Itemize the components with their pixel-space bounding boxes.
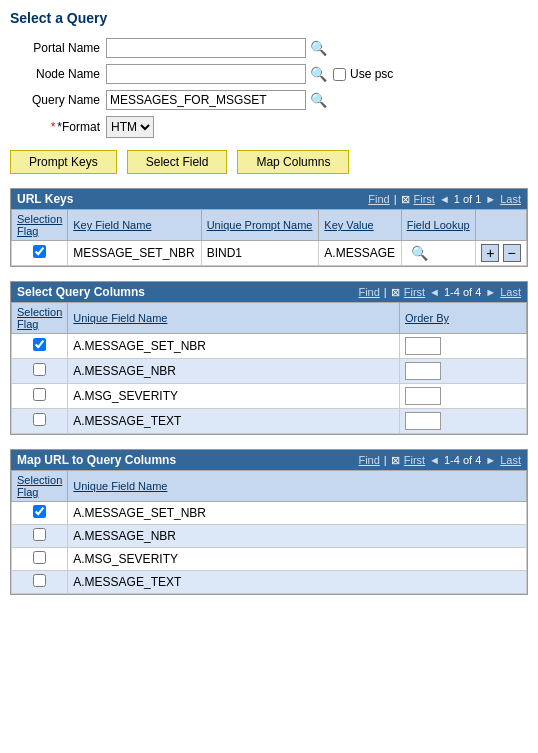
query-name-search-icon[interactable]: 🔍 — [310, 92, 327, 108]
sq-row-order-input[interactable] — [405, 387, 441, 405]
query-name-input[interactable] — [106, 90, 306, 110]
map-columns-button[interactable]: Map Columns — [237, 150, 349, 174]
select-field-button[interactable]: Select Field — [127, 150, 228, 174]
query-name-row: Query Name 🔍 — [10, 90, 528, 110]
node-name-search-icon[interactable]: 🔍 — [310, 66, 327, 82]
select-query-table: Selection Flag Unique Field Name Order B… — [11, 302, 527, 434]
url-keys-header: URL Keys Find | ⊠ First ◄ 1 of 1 ► Last — [11, 189, 527, 209]
select-query-expand-icon[interactable]: ⊠ — [391, 286, 400, 299]
format-label: *Format — [10, 120, 100, 134]
mu-row-checkbox-cell — [12, 525, 68, 548]
form-section: Portal Name 🔍 Node Name 🔍 Use psc Query … — [10, 38, 528, 138]
map-url-header: Map URL to Query Columns Find | ⊠ First … — [11, 450, 527, 470]
url-keys-table: Selection Flag Key Field Name Unique Pro… — [11, 209, 527, 266]
sq-row-checkbox[interactable] — [33, 388, 46, 401]
map-url-title: Map URL to Query Columns — [17, 453, 176, 467]
sq-row-field-name: A.MESSAGE_NBR — [68, 359, 400, 384]
sq-row-field-name: A.MESSAGE_TEXT — [68, 409, 400, 434]
sq-row-order-input[interactable] — [405, 362, 441, 380]
field-lookup-search-icon[interactable]: 🔍 — [411, 245, 428, 261]
table-row: A.MSG_SEVERITY — [12, 548, 527, 571]
select-query-prev-arrow[interactable]: ◄ — [429, 286, 440, 298]
mu-row-field-name: A.MESSAGE_NBR — [68, 525, 527, 548]
url-keys-title: URL Keys — [17, 192, 73, 206]
sq-row-order-by — [400, 359, 527, 384]
map-url-table: Selection Flag Unique Field Name A.MESSA… — [11, 470, 527, 594]
url-keys-next-arrow[interactable]: ► — [485, 193, 496, 205]
use-psc-checkbox[interactable] — [333, 68, 346, 81]
mu-row-field-name: A.MESSAGE_SET_NBR — [68, 502, 527, 525]
sq-row-checkbox[interactable] — [33, 413, 46, 426]
url-keys-last[interactable]: Last — [500, 193, 521, 205]
map-url-next-arrow[interactable]: ► — [485, 454, 496, 466]
url-keys-prev-arrow[interactable]: ◄ — [439, 193, 450, 205]
col-actions — [476, 210, 527, 241]
mu-row-checkbox-cell — [12, 502, 68, 525]
select-query-header: Select Query Columns Find | ⊠ First ◄ 1-… — [11, 282, 527, 302]
map-url-prev-arrow[interactable]: ◄ — [429, 454, 440, 466]
sq-row-order-input[interactable] — [405, 412, 441, 430]
remove-row-button[interactable]: − — [503, 244, 521, 262]
map-url-expand-icon[interactable]: ⊠ — [391, 454, 400, 467]
table-row: A.MESSAGE_TEXT — [12, 409, 527, 434]
url-row-key-field: MESSAGE_SET_NBR — [68, 241, 201, 266]
portal-name-search-icon[interactable]: 🔍 — [310, 40, 327, 56]
add-row-button[interactable]: + — [481, 244, 499, 262]
url-row-field-lookup: 🔍 — [401, 241, 476, 266]
map-url-page-info: 1-4 of 4 — [444, 454, 481, 466]
sq-row-order-by — [400, 334, 527, 359]
url-keys-find[interactable]: Find — [368, 193, 389, 205]
table-row: A.MESSAGE_NBR — [12, 359, 527, 384]
col-sq-field-name: Unique Field Name — [68, 303, 400, 334]
portal-name-input[interactable] — [106, 38, 306, 58]
col-field-lookup: Field Lookup — [401, 210, 476, 241]
mu-row-checkbox[interactable] — [33, 528, 46, 541]
map-url-find[interactable]: Find — [358, 454, 379, 466]
select-query-page-info: 1-4 of 4 — [444, 286, 481, 298]
select-query-first[interactable]: First — [404, 286, 425, 298]
map-url-header-row: Selection Flag Unique Field Name — [12, 471, 527, 502]
mu-row-checkbox[interactable] — [33, 574, 46, 587]
map-url-nav: Find | ⊠ First ◄ 1-4 of 4 ► Last — [358, 454, 521, 467]
sq-row-checkbox-cell — [12, 359, 68, 384]
table-row: A.MESSAGE_SET_NBR — [12, 334, 527, 359]
url-keys-expand-icon[interactable]: ⊠ — [401, 193, 410, 206]
format-select[interactable]: HTM XML CSV — [106, 116, 154, 138]
col-mu-field-name: Unique Field Name — [68, 471, 527, 502]
sq-row-checkbox[interactable] — [33, 363, 46, 376]
format-row: *Format HTM XML CSV — [10, 116, 528, 138]
map-url-first[interactable]: First — [404, 454, 425, 466]
select-query-section: Select Query Columns Find | ⊠ First ◄ 1-… — [10, 281, 528, 435]
sq-row-checkbox-cell — [12, 334, 68, 359]
sq-row-checkbox[interactable] — [33, 338, 46, 351]
map-url-last[interactable]: Last — [500, 454, 521, 466]
node-name-input[interactable] — [106, 64, 306, 84]
url-row-prompt-name: BIND1 — [201, 241, 319, 266]
url-keys-nav: Find | ⊠ First ◄ 1 of 1 ► Last — [368, 193, 521, 206]
use-psc-label: Use psc — [333, 67, 393, 81]
url-row-actions: + − — [476, 241, 527, 266]
query-name-label: Query Name — [10, 93, 100, 107]
url-keys-first[interactable]: First — [414, 193, 435, 205]
col-key-value: Key Value — [319, 210, 401, 241]
url-row-checkbox[interactable] — [33, 245, 46, 258]
mu-row-checkbox[interactable] — [33, 551, 46, 564]
select-query-last[interactable]: Last — [500, 286, 521, 298]
col-selection-flag: Selection Flag — [12, 210, 68, 241]
sq-row-order-input[interactable] — [405, 337, 441, 355]
mu-row-field-name: A.MESSAGE_TEXT — [68, 571, 527, 594]
select-query-nav: Find | ⊠ First ◄ 1-4 of 4 ► Last — [358, 286, 521, 299]
select-query-find[interactable]: Find — [358, 286, 379, 298]
select-query-title: Select Query Columns — [17, 285, 145, 299]
map-url-section: Map URL to Query Columns Find | ⊠ First … — [10, 449, 528, 595]
select-query-header-row: Selection Flag Unique Field Name Order B… — [12, 303, 527, 334]
select-query-next-arrow[interactable]: ► — [485, 286, 496, 298]
mu-row-checkbox[interactable] — [33, 505, 46, 518]
mu-row-checkbox-cell — [12, 571, 68, 594]
col-unique-prompt-name: Unique Prompt Name — [201, 210, 319, 241]
sq-row-checkbox-cell — [12, 409, 68, 434]
sq-row-order-by — [400, 384, 527, 409]
node-name-label: Node Name — [10, 67, 100, 81]
prompt-keys-button[interactable]: Prompt Keys — [10, 150, 117, 174]
table-row: A.MSG_SEVERITY — [12, 384, 527, 409]
